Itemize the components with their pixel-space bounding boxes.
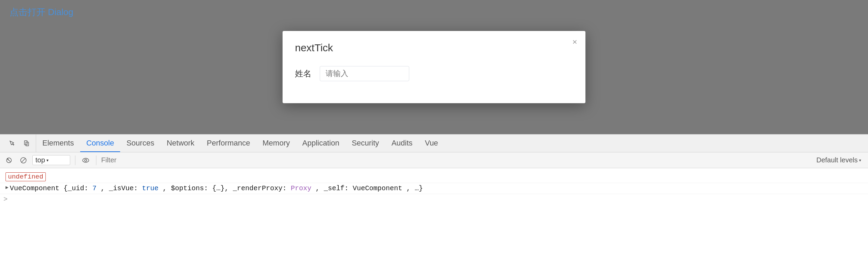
default-levels-button[interactable]: Default levels ▾ [816, 156, 865, 164]
tab-memory[interactable]: Memory [256, 135, 296, 152]
tab-console[interactable]: Console [80, 135, 120, 152]
dialog-backdrop: nextTick × 姓名 [0, 0, 868, 134]
console-filter-input[interactable] [101, 156, 813, 164]
inspect-element-button[interactable] [6, 137, 19, 150]
obj-content: VueComponent {_uid: 7 , _isVue: true , $… [10, 184, 423, 192]
context-selector[interactable]: top ▾ [32, 155, 70, 165]
dialog: nextTick × 姓名 [283, 31, 585, 103]
device-toolbar-button[interactable] [20, 137, 33, 150]
tab-elements[interactable]: Elements [36, 135, 80, 152]
app-area: 点击打开 Dialog nextTick × 姓名 [0, 0, 868, 134]
dialog-input[interactable] [320, 66, 409, 81]
toolbar-divider [75, 155, 75, 165]
clear-icon [6, 157, 12, 163]
devtools-left-icons [3, 135, 36, 152]
dialog-close-button[interactable]: × [572, 38, 577, 46]
tab-audits[interactable]: Audits [385, 135, 419, 152]
console-prompt[interactable]: > [0, 194, 868, 205]
tab-sources[interactable]: Sources [120, 135, 160, 152]
tab-application[interactable]: Application [296, 135, 346, 152]
devtools-panel: Elements Console Sources Network Perform… [0, 134, 868, 258]
tab-security[interactable]: Security [346, 135, 385, 152]
undefined-badge: undefined [6, 172, 46, 181]
device-icon [23, 140, 30, 147]
levels-chevron-icon: ▾ [859, 158, 861, 163]
clear-console-button[interactable] [3, 155, 14, 166]
levels-label: Default levels [816, 156, 858, 164]
dialog-label: 姓名 [295, 68, 311, 79]
dialog-title: nextTick [295, 42, 573, 54]
svg-point-8 [85, 159, 87, 161]
ban-icon [20, 157, 27, 164]
console-toolbar: top ▾ Default levels ▾ [0, 152, 868, 168]
dialog-body: 姓名 [295, 66, 573, 81]
chevron-down-icon: ▾ [46, 158, 49, 163]
console-output: undefined ▶ VueComponent {_uid: 7 , _isV… [0, 168, 868, 258]
ban-button[interactable] [18, 155, 29, 166]
console-line-object[interactable]: ▶ VueComponent {_uid: 7 , _isVue: true ,… [0, 183, 868, 194]
tab-network[interactable]: Network [160, 135, 201, 152]
devtools-tabs-bar: Elements Console Sources Network Perform… [0, 135, 868, 152]
svg-point-7 [83, 158, 89, 162]
inspect-icon [9, 140, 15, 147]
console-line-undefined: undefined [0, 171, 868, 183]
tab-vue[interactable]: Vue [419, 135, 444, 152]
toolbar-divider-2 [96, 155, 96, 165]
prompt-symbol: > [3, 195, 8, 203]
eye-icon [82, 158, 89, 163]
tab-performance[interactable]: Performance [201, 135, 256, 152]
svg-line-6 [21, 158, 25, 162]
svg-marker-4 [7, 159, 8, 161]
expand-arrow-icon[interactable]: ▶ [6, 184, 8, 190]
live-expressions-button[interactable] [80, 155, 91, 166]
context-value: top [35, 156, 45, 164]
